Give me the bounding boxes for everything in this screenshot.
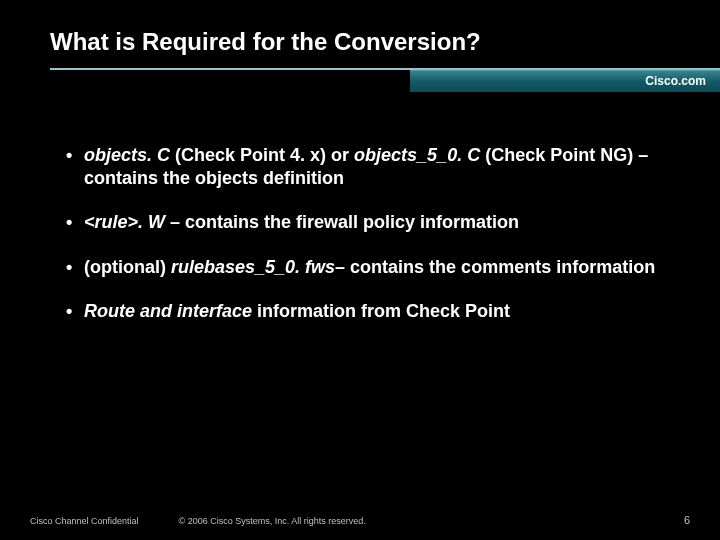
bullet-item: (optional) rulebases_5_0. fws– contains … bbox=[66, 256, 664, 279]
page-number: 6 bbox=[684, 514, 690, 526]
footer-copyright: © 2006 Cisco Systems, Inc. All rights re… bbox=[179, 516, 366, 526]
bullet-text: rulebases_5_0. fws bbox=[171, 257, 335, 277]
bullet-text: (optional) bbox=[84, 257, 171, 277]
footer: Cisco Channel Confidential © 2006 Cisco … bbox=[0, 514, 720, 526]
bullet-text: Route and interface bbox=[84, 301, 252, 321]
brand-bar: Cisco.com bbox=[410, 70, 720, 92]
brand-text: Cisco.com bbox=[645, 74, 706, 88]
bullet-item: <rule>. W – contains the firewall policy… bbox=[66, 211, 664, 234]
bullet-text: (Check Point 4. x) or bbox=[170, 145, 354, 165]
bullet-list: objects. C (Check Point 4. x) or objects… bbox=[66, 144, 664, 323]
slide-title: What is Required for the Conversion? bbox=[50, 28, 670, 56]
bullet-text: – contains the comments information bbox=[335, 257, 655, 277]
bullet-text: information from Check Point bbox=[252, 301, 510, 321]
title-underline: Cisco.com bbox=[0, 68, 720, 96]
footer-left: Cisco Channel Confidential bbox=[30, 516, 139, 526]
bullet-item: objects. C (Check Point 4. x) or objects… bbox=[66, 144, 664, 189]
title-area: What is Required for the Conversion? bbox=[0, 0, 720, 62]
bullet-text: – contains the firewall policy informati… bbox=[165, 212, 519, 232]
content-area: objects. C (Check Point 4. x) or objects… bbox=[0, 96, 720, 323]
bullet-text: objects_5_0. C bbox=[354, 145, 480, 165]
bullet-text: objects. C bbox=[84, 145, 170, 165]
bullet-item: Route and interface information from Che… bbox=[66, 300, 664, 323]
bullet-text: <rule>. W bbox=[84, 212, 165, 232]
